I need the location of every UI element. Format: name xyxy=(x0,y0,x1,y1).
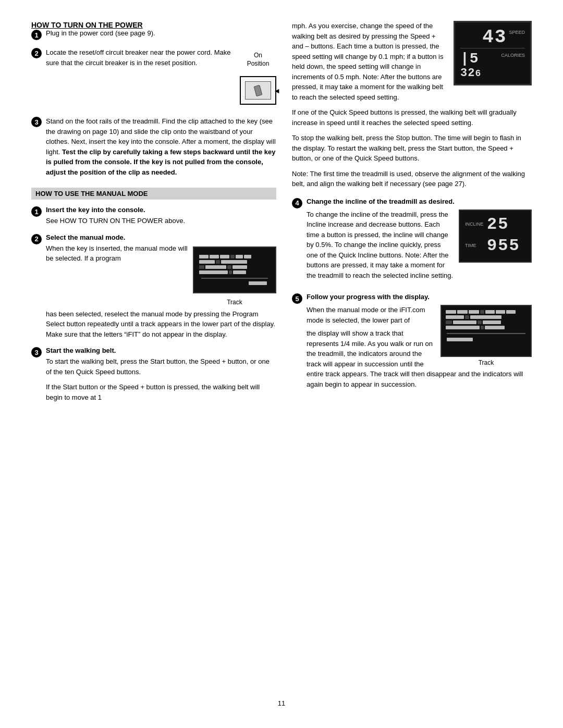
seg-9 xyxy=(221,260,247,264)
rseg-6 xyxy=(496,310,505,314)
seg-14 xyxy=(199,270,228,274)
right-step-5-body: Track When the manual mode or the iFIT.c… xyxy=(307,305,532,394)
rseg-4 xyxy=(480,310,484,314)
seg-10 xyxy=(199,265,204,269)
manual-step-2: 2 Select the manual mode. When the key i… xyxy=(31,233,276,340)
step-number-3: 3 xyxy=(31,117,42,127)
seg-5 xyxy=(236,255,243,258)
seg-13 xyxy=(232,265,247,269)
seg-track-left xyxy=(194,250,275,290)
track-bottom-right xyxy=(446,337,527,342)
track-divider-right xyxy=(447,333,525,334)
seg-17 xyxy=(249,281,267,285)
manual-step-number-3: 3 xyxy=(31,347,42,357)
right-step-4-title: Change the incline of the treadmill as d… xyxy=(307,198,532,205)
incline-value: 25 xyxy=(487,215,509,234)
page: HOW TO TURN ON THE POWER 1 Plug in the p… xyxy=(0,0,563,728)
power-step-2: 2 Locate the reset/off circuit breaker n… xyxy=(31,47,276,109)
track-display-wrapper-left: Track xyxy=(193,243,276,306)
speed-row: 43 SPEED xyxy=(460,27,525,48)
seg-12 xyxy=(227,265,231,269)
seg-8 xyxy=(216,260,220,264)
right-step-4-content: Change the incline of the treadmill as d… xyxy=(307,198,532,286)
rseg-12 xyxy=(453,320,476,324)
manual-step-3-text2: If the Start button or the Speed + butto… xyxy=(46,382,276,402)
track-divider xyxy=(201,278,268,279)
speed-value: 43 xyxy=(482,27,507,48)
right-step-5: 5 Follow your progress with the display. xyxy=(292,293,532,394)
rseg-5 xyxy=(485,310,495,314)
power-step-1-text: Plug in the power cord (see page 9). xyxy=(46,29,155,37)
right-para2: If one of the Quick Speed buttons is pre… xyxy=(292,107,532,128)
manual-step-3-text1: To start the walking belt, press the Sta… xyxy=(46,356,276,377)
track-display-left xyxy=(193,246,276,293)
step-number-1: 1 xyxy=(31,30,42,40)
track-display-wrapper-right: Track xyxy=(440,305,532,366)
rseg-16 xyxy=(481,326,484,329)
calories-label: CALORIES xyxy=(501,51,525,58)
manual-step-2-title: Select the manual mode. xyxy=(46,233,276,241)
seg-line-4 xyxy=(199,270,270,274)
seg-7 xyxy=(199,260,215,264)
rseg-10 xyxy=(470,315,501,319)
time-label: TIME xyxy=(465,243,484,248)
incline-row-1: INCLINE 25 xyxy=(465,215,525,234)
incline-display: INCLINE 25 TIME 955 xyxy=(459,209,532,263)
manual-step-number-2: 2 xyxy=(31,234,42,244)
rseg-18 xyxy=(447,338,473,341)
incline-label: INCLINE xyxy=(465,221,484,227)
right-step-5-title: Follow your progress with the display. xyxy=(307,293,532,301)
section-power-heading: HOW TO TURN ON THE POWER xyxy=(31,21,143,29)
seg-1 xyxy=(199,255,209,258)
rseg-9 xyxy=(465,315,469,319)
on-position-label: OnPosition xyxy=(247,52,270,68)
incline-row-2: TIME 955 xyxy=(465,236,525,255)
manual-step-1: 1 Insert the key into the console. See H… xyxy=(31,206,276,226)
manual-step-1-title: Insert the key into the console. xyxy=(46,206,276,214)
seg-11 xyxy=(205,265,226,269)
manual-step-3-title: Start the walking belt. xyxy=(46,347,276,354)
track-bottom-row xyxy=(199,281,270,285)
manual-step-3-content: Start the walking belt. To start the wal… xyxy=(46,347,276,408)
seg-16 xyxy=(233,270,246,274)
right-step-5-content: Follow your progress with the display. xyxy=(307,293,532,394)
power-step-3-content: Stand on the foot rails of the treadmill… xyxy=(46,116,276,177)
left-column: HOW TO TURN ON THE POWER 1 Plug in the p… xyxy=(31,21,276,689)
section-power: HOW TO TURN ON THE POWER 1 Plug in the p… xyxy=(31,21,276,177)
right-step-4-body: INCLINE 25 TIME 955 To change the inclin… xyxy=(307,209,532,286)
seg-4 xyxy=(230,255,235,258)
breaker-inner xyxy=(245,81,271,100)
breaker-arrow: ◄ xyxy=(273,87,280,95)
seg-line-r3 xyxy=(446,320,527,324)
manual-step-1-text: See HOW TO TURN ON THE POWER above. xyxy=(46,216,276,226)
seg-2 xyxy=(210,255,219,258)
manual-step-1-content: Insert the key into the console. See HOW… xyxy=(46,206,276,226)
rseg-3 xyxy=(469,310,479,314)
rseg-15 xyxy=(446,326,480,329)
speed-display: 43 SPEED |5 326 CALORIES xyxy=(454,21,532,85)
calories-value: |5 326 xyxy=(460,51,499,80)
rseg-8 xyxy=(446,315,464,319)
track-display-left-label: Track xyxy=(227,299,242,306)
power-step-2-content: Locate the reset/off circuit breaker nea… xyxy=(46,47,276,109)
rseg-1 xyxy=(446,310,456,314)
seg-6 xyxy=(244,255,251,258)
track-display-right xyxy=(440,305,532,357)
manual-step-2-content: Select the manual mode. When the key is … xyxy=(46,233,276,340)
rseg-7 xyxy=(506,310,516,314)
step-number-2: 2 xyxy=(31,48,42,58)
seg-line-3 xyxy=(199,265,270,269)
breaker-switch xyxy=(254,84,263,96)
manual-step-3: 3 Start the walking belt. To start the w… xyxy=(31,347,276,408)
seg-line-r1 xyxy=(446,310,527,314)
seg-3 xyxy=(220,255,229,258)
seg-line-1 xyxy=(199,255,270,258)
track-display-right-label: Track xyxy=(479,359,494,366)
manual-step-2-text-before: When the key is inserted, the manual mod… xyxy=(46,243,188,264)
right-para3: To stop the walking belt, press the Stop… xyxy=(292,133,532,164)
calories-row: |5 326 CALORIES xyxy=(460,48,525,80)
right-step-number-4: 4 xyxy=(292,198,302,208)
seg-line-r2 xyxy=(446,315,527,319)
power-step-1-content: Plug in the power cord (see page 9). xyxy=(46,29,276,37)
right-top-section: 43 SPEED |5 326 CALORIES mph. As you exe… xyxy=(292,21,532,107)
